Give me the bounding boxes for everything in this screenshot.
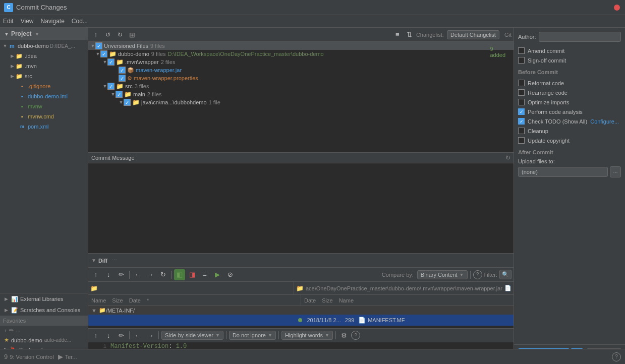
mvn-wrapper-checkbox[interactable]: ✓ (107, 58, 115, 66)
diff-edit-btn[interactable]: ✏ (116, 269, 127, 280)
rearrange-checkbox[interactable] (518, 89, 525, 96)
reformat-row[interactable]: Reformat code (518, 78, 621, 88)
changelist-select[interactable]: Default Changelist (447, 30, 499, 39)
cleanup-row[interactable]: Cleanup (518, 126, 621, 136)
check-todo-row[interactable]: ✓ Check TODO (Show All) Configure... (518, 116, 621, 126)
diff-help-btn[interactable]: ? (473, 270, 482, 279)
update-copyright-row[interactable]: Update copyright (518, 136, 621, 145)
version-control-label: 9: Version Control (10, 354, 53, 360)
perform-analysis-row[interactable]: ✓ Perform code analysis (518, 107, 621, 116)
amend-commit-row[interactable]: Amend commit (518, 46, 621, 55)
upload-options-btn[interactable]: ··· (610, 166, 621, 177)
diff-apply-btn[interactable]: ▶ (212, 269, 223, 280)
menu-edit[interactable]: Edit (3, 18, 14, 25)
viewer-settings-btn[interactable]: ⚙ (338, 330, 350, 341)
diff-prev-btn[interactable]: ← (132, 269, 143, 280)
author-input[interactable] (539, 32, 621, 42)
commit-message-input[interactable] (88, 163, 514, 253)
right-panel: Author: Amend commit Sign-off commit Bef… (514, 28, 625, 364)
main-checkbox[interactable]: ✓ (116, 91, 123, 98)
viewer-prev-btn[interactable]: ← (132, 330, 143, 341)
move-up-icon: ↑ (94, 31, 98, 38)
diff-refresh-btn[interactable]: ↻ (157, 269, 168, 280)
check-todo-checkbox[interactable]: ✓ (518, 118, 525, 125)
upload-select[interactable]: (none) (518, 167, 608, 177)
ignore-whitespace-dropdown[interactable]: Do not ignore ▼ (229, 331, 276, 340)
author-row: Author: (518, 32, 621, 42)
amend-checkbox[interactable] (518, 47, 525, 54)
commit-msg-refresh-icon[interactable]: ↻ (505, 154, 510, 161)
module-checkbox[interactable]: ✓ (100, 50, 107, 57)
sign-off-row[interactable]: Sign-off commit (518, 55, 621, 65)
meta-inf-row[interactable]: ▼ 📁 /META-INF/ (88, 306, 514, 315)
compare-by-dropdown[interactable]: Binary Content ▼ (417, 270, 468, 279)
version-control-item[interactable]: 9 9: Version Control (4, 353, 54, 360)
diff-revert-btn[interactable]: ⊘ (224, 269, 236, 280)
external-libraries-item[interactable]: ▶ 📊 External Libraries (0, 293, 88, 305)
src-checkbox[interactable]: ✓ (107, 83, 115, 90)
tree-item-root[interactable]: ▼ m dubbo-demo D:\IDEA_... (0, 41, 88, 51)
collapse-all-btn[interactable]: ≡ (392, 29, 403, 40)
project-header[interactable]: ▼ Project ▼ (0, 28, 88, 40)
tree-item-src[interactable]: ▶ 📁 src (0, 71, 88, 81)
reformat-checkbox[interactable] (518, 80, 525, 86)
mvn-wrapper-row[interactable]: ▼ ✓ 📁 .mvn\wrapper 2 files (88, 58, 514, 66)
diff-next-btn[interactable]: → (145, 269, 156, 280)
scratches-item[interactable]: ▶ 📝 Scratches and Consoles (0, 305, 88, 316)
rearrange-row[interactable]: Rearrange code (518, 88, 621, 97)
menu-view[interactable]: View (21, 18, 34, 25)
src-row[interactable]: ▼ ✓ 📁 src 3 files (88, 82, 514, 90)
viewer-mode-dropdown[interactable]: Side-by-side viewer ▼ (161, 331, 223, 340)
add-favorites-button[interactable]: + ✏ ··· (0, 326, 88, 335)
optimize-checkbox[interactable] (518, 99, 525, 105)
optimize-row[interactable]: Optimize imports (518, 97, 621, 107)
bottom-help-btn[interactable]: ? (612, 352, 621, 361)
maven-jar-row[interactable]: ✓ 📦 maven-wrapper.jar (88, 66, 514, 74)
tree-item-mvn[interactable]: ▶ 📁 .mvn (0, 61, 88, 71)
viewer-edit-btn[interactable]: ✏ (116, 330, 127, 341)
main-row[interactable]: ▼ ✓ 📁 main 2 files (88, 90, 514, 98)
main-folder-icon: 📁 (124, 91, 132, 98)
tree-item-pom[interactable]: m pom.xml (0, 122, 88, 132)
unversioned-files-row[interactable]: ▼ ✓ Unversioned Files 9 files (88, 42, 514, 50)
expand-btn[interactable]: ⊞ (127, 29, 138, 40)
favorites-dubbo-demo[interactable]: ★ dubbo-demo auto-adde... (0, 335, 88, 345)
cleanup-checkbox[interactable] (518, 128, 525, 134)
tree-item-gitignore[interactable]: ▪ .gitignore (0, 81, 88, 91)
props-checkbox[interactable]: ✓ (119, 75, 126, 82)
tree-item-mvnwcmd[interactable]: ▪ mvnw.cmd (0, 111, 88, 122)
menu-code[interactable]: Cod... (72, 18, 88, 25)
module-row[interactable]: ▼ ✓ 📁 dubbo-demo 9 files D:\IDEA_Workspa… (88, 50, 514, 58)
diff-move-down-btn[interactable]: ↓ (103, 269, 114, 280)
diff-move-up-btn[interactable]: ↑ (90, 269, 101, 280)
terminal-item[interactable]: ▶ Ter... (58, 353, 77, 360)
diff-fold-btn[interactable]: ◧ (174, 269, 185, 280)
menu-navigate[interactable]: Navigate (40, 18, 64, 25)
java-path-row[interactable]: ▼ ✓ 📁 java\cn\ma...\dubbohdemo 1 file (88, 98, 514, 106)
tree-item-iml[interactable]: ▪ dubbo-demo.iml (0, 91, 88, 101)
perform-analysis-checkbox[interactable]: ✓ (518, 108, 525, 115)
configure-link[interactable]: Configure... (590, 118, 619, 125)
tree-item-idea[interactable]: ▶ 📁 .idea (0, 51, 88, 61)
highlight-dropdown[interactable]: Highlight words ▼ (281, 331, 333, 340)
arrow-up-btn[interactable]: ↑ (90, 29, 101, 40)
diff-section-header[interactable]: ▼ Diff ⋯ (88, 254, 514, 268)
manifest-row[interactable]: 2018/11/8 2... 299 📄 MANIFEST.MF (88, 315, 514, 326)
viewer-up-btn[interactable]: ↑ (90, 330, 101, 341)
sign-off-checkbox[interactable] (518, 57, 525, 64)
close-button[interactable] (614, 5, 620, 11)
unversioned-checkbox[interactable]: ✓ (95, 42, 102, 49)
update-copyright-checkbox[interactable] (518, 137, 525, 144)
tree-item-mvnw[interactable]: ▪ mvnw (0, 101, 88, 111)
rollback-btn[interactable]: ↺ (102, 29, 113, 40)
java-checkbox[interactable]: ✓ (124, 99, 131, 106)
sort-btn[interactable]: ⇅ (404, 29, 415, 40)
viewer-down-btn[interactable]: ↓ (103, 330, 114, 341)
maven-properties-row[interactable]: ✓ ⚙ maven-wrapper.properties (88, 74, 514, 82)
viewer-help-btn[interactable]: ? (351, 331, 360, 340)
jar-checkbox[interactable]: ✓ (119, 67, 126, 74)
diff-unfold-btn[interactable]: ◨ (187, 269, 198, 280)
diff-equal-btn[interactable]: = (199, 269, 210, 280)
refresh-btn[interactable]: ↻ (115, 29, 126, 40)
viewer-next-btn[interactable]: → (145, 330, 156, 341)
